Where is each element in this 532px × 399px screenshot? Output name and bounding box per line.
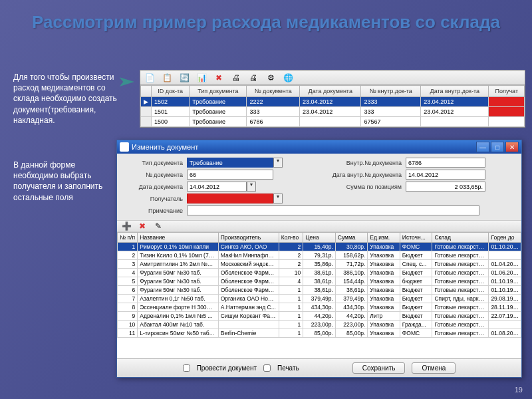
calendar-icon[interactable]: ▼ xyxy=(247,182,256,192)
delete-row-icon[interactable]: ✖ xyxy=(137,221,148,231)
footer-bar: Провести документ Печать Сохранить Отмен… xyxy=(117,358,521,377)
label-note: Примечание xyxy=(124,207,187,214)
recipient-field[interactable] xyxy=(187,194,273,203)
documents-list-window: 📄 📋 🔄 📊 ✖ 🖨 🖨 ⚙ 🌐 ID док-таТип документа… xyxy=(140,70,525,128)
int-num-field[interactable] xyxy=(406,158,485,168)
col-header[interactable] xyxy=(141,86,152,97)
titlebar: Изменить документ — □ ✕ xyxy=(117,140,521,154)
edit-document-window: Изменить документ — □ ✕ Тип документа ▼ … xyxy=(116,140,522,378)
col-header[interactable]: Название xyxy=(138,233,218,243)
process-label: Провести документ xyxy=(197,364,257,372)
arrow-icon: ➤ xyxy=(117,73,135,90)
col-header[interactable]: Дата внутр.док-та xyxy=(421,86,489,97)
print2-icon[interactable]: 🖨 xyxy=(248,72,259,83)
table-row[interactable]: 3Амитриптилин 1% 2мл №10 (1...Московский… xyxy=(118,260,521,269)
doc-num-field[interactable] xyxy=(187,170,273,180)
window-title: Изменить документ xyxy=(132,143,198,151)
minimize-button[interactable]: — xyxy=(476,142,489,152)
note-field[interactable] xyxy=(187,205,479,215)
detail-toolbar: ➕ ✖ ✎ xyxy=(117,220,521,232)
col-header[interactable]: Тип документа xyxy=(190,86,247,97)
label-doc-type: Тип документа xyxy=(124,160,187,166)
label-doc-num: № документа xyxy=(124,172,187,178)
table-row[interactable]: 7Азалептин 0,1г №50 таб.Органика ОАО Нов… xyxy=(118,295,521,303)
doc-date-field[interactable] xyxy=(187,182,247,192)
new-icon[interactable]: 📄 xyxy=(144,72,155,83)
toolbar: 📄 📋 🔄 📊 ✖ 🖨 🖨 ⚙ 🌐 xyxy=(140,70,525,85)
add-row-icon[interactable]: ➕ xyxy=(121,221,132,231)
col-header[interactable]: Сумма xyxy=(335,233,368,243)
caption-create-doc: Для того чтобы произвести расход медикам… xyxy=(13,72,120,126)
globe-icon[interactable]: 🌐 xyxy=(283,72,293,83)
process-checkbox[interactable] xyxy=(183,364,190,372)
cancel-button[interactable]: Отмена xyxy=(412,362,456,374)
col-header[interactable]: Склад xyxy=(432,233,489,243)
col-header[interactable]: № внутр.док-та xyxy=(361,86,421,97)
edit-row-icon[interactable]: ✎ xyxy=(153,221,164,231)
col-header[interactable]: № документа xyxy=(247,86,300,97)
label-sum-pos: Сумма по позициям xyxy=(319,184,406,190)
settings-icon[interactable]: ⚙ xyxy=(265,72,276,83)
col-header[interactable]: ID док-та xyxy=(152,86,190,97)
col-header[interactable]: № п/п xyxy=(118,233,138,243)
col-header[interactable]: Ед.изм. xyxy=(368,233,400,243)
dropdown-icon[interactable]: ▼ xyxy=(273,158,283,168)
col-header[interactable]: Кол-во xyxy=(279,233,303,243)
col-header[interactable]: Годен до xyxy=(489,233,521,243)
page-number: 19 xyxy=(515,386,523,394)
label-doc-date: Дата документа xyxy=(124,184,187,190)
save-button[interactable]: Сохранить xyxy=(352,362,406,374)
label-int-date: Дата внутр.№ документа xyxy=(319,172,406,178)
export-icon[interactable]: 📊 xyxy=(196,72,207,83)
table-row[interactable]: 2Тизин Ксило 0,1% 10мл (70...МакНил Минп… xyxy=(118,251,521,260)
table-row[interactable]: 10Абактал 400мг №10 таб.1223,00р.223,00р… xyxy=(118,321,521,329)
slide-title: Рассмотрим пример расхода медикаментов с… xyxy=(0,0,532,38)
col-header[interactable]: Источн... xyxy=(400,233,432,243)
refresh-icon[interactable]: 🔄 xyxy=(179,72,190,83)
col-header[interactable]: Производитель xyxy=(218,233,279,243)
detail-grid[interactable]: № п/пНазваниеПроизводительКол-воЦенаСумм… xyxy=(117,232,521,338)
table-row[interactable]: ▶1502Требование222223.04.2012233323.04.2… xyxy=(141,97,525,107)
edit-icon[interactable]: 📋 xyxy=(162,72,172,83)
detail-grid-wrap: № п/пНазваниеПроизводительКол-воЦенаСумм… xyxy=(117,232,521,358)
col-header[interactable]: Дата документа xyxy=(300,86,361,97)
caption-select-recipient: В данной форме необходимо выбрать получа… xyxy=(13,160,120,203)
table-row[interactable]: 6Фурагин 50мг №30 таб.Оболенское Фармаце… xyxy=(118,286,521,295)
doc-type-field[interactable] xyxy=(187,158,273,168)
label-int-num: Внутр.№ документа xyxy=(319,160,406,166)
print-checkbox[interactable] xyxy=(263,364,271,372)
col-header[interactable]: Получат xyxy=(489,86,525,97)
table-row[interactable]: 9Адреналин 0,1% 1мл №5 ...Сишуи Коркант … xyxy=(118,312,521,321)
int-date-field[interactable] xyxy=(406,170,485,180)
col-header[interactable]: Цена xyxy=(303,233,336,243)
form-fields: Тип документа ▼ Внутр.№ документа № доку… xyxy=(117,154,521,220)
table-row[interactable]: 1500Требование678667567 xyxy=(141,117,525,127)
documents-grid[interactable]: ID док-таТип документа№ документаДата до… xyxy=(140,85,525,127)
print-icon[interactable]: 🖨 xyxy=(231,72,241,83)
table-row[interactable]: 4Фурагин 50мг №30 таб.Оболенское Фармаце… xyxy=(118,269,521,277)
table-row[interactable]: 5Фурагин 50мг №30 таб.Оболенское Фармаце… xyxy=(118,277,521,286)
sum-pos-field xyxy=(406,182,485,192)
close-button[interactable]: ✕ xyxy=(505,142,519,152)
label-recipient: Получатель xyxy=(124,196,187,202)
table-row[interactable]: 8Эссенциале форте Н 300мг ...А.Наттерман… xyxy=(118,303,521,312)
print-label: Печать xyxy=(277,364,299,372)
table-row[interactable]: 1501Требование33323.04.201233323.04.2012 xyxy=(141,107,525,117)
table-row[interactable]: 11L-тироксин 50мкг №50 таб...Berlin-Chem… xyxy=(118,329,521,338)
table-row[interactable]: 1Риморус 0,1% 10мл каплиСингез АКО, ОАО2… xyxy=(118,243,521,251)
app-icon xyxy=(120,142,129,152)
delete-icon[interactable]: ✖ xyxy=(213,72,224,83)
maximize-button[interactable]: □ xyxy=(491,142,504,152)
dropdown-icon[interactable]: ▼ xyxy=(273,194,283,203)
